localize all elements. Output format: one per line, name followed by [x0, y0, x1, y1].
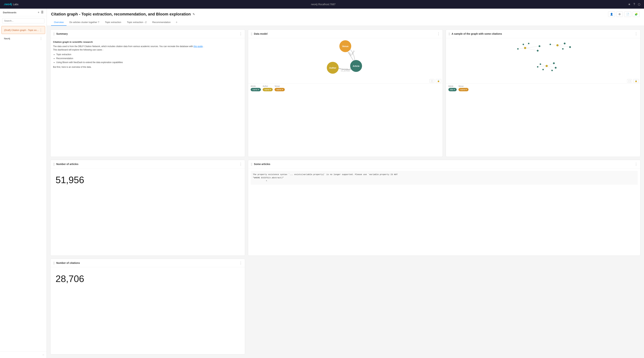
author-name-pill[interactable]: name ▾ [263, 88, 273, 91]
num-articles-card-body: 51,956 [50, 168, 245, 255]
sidebar-item-neo4j-label: Neo4j [4, 37, 39, 40]
article-prop-group: Article name ▾ [250, 85, 261, 91]
some-articles-title-row: ⣿ Some articles [250, 163, 270, 166]
sidebar-item-neo4j-menu[interactable]: ⋮ [39, 36, 42, 40]
summary-guide-link[interactable]: this guide [194, 45, 203, 48]
edit-title-icon[interactable]: ✎ [192, 12, 195, 16]
dashboard-title-text: Citation graph - Topic extraction, recom… [51, 12, 191, 16]
help-icon[interactable]: ? [634, 3, 635, 6]
sample-graph-title-row: ⣿ A sample of the graph with some citati… [448, 32, 502, 35]
net-node-b3 [551, 70, 553, 71]
summary-drag-handle[interactable]: ⣿ [53, 32, 55, 35]
summary-list-item-1: Topic extraction [56, 53, 242, 57]
sidebar-collapse-button[interactable]: ← [42, 353, 45, 356]
tab-overview[interactable]: Overview [51, 19, 66, 26]
net-node-center-top [524, 47, 526, 49]
add-tab-button[interactable]: + [174, 19, 180, 26]
venue-prop-label: Venue [274, 85, 285, 87]
sample-article-prop-group: Article title ▾ [448, 85, 457, 91]
article-node-label: Article [353, 65, 360, 67]
summary-body-part1: The data used is from the DBLP Citation … [53, 45, 193, 48]
sidebar-item-neo4j[interactable]: Neo4j ⋮ [0, 35, 46, 42]
data-model-title-row: ⣿ Data model [250, 32, 267, 35]
data-model-graph-svg: VENUE CITED CO_AUTHOR AUTHOR Venue Artic… [248, 38, 442, 78]
num-citations-card-menu[interactable]: ⋮ [239, 261, 242, 265]
sidebar-header-icons: + 🗄 [38, 11, 44, 14]
tab-cluster[interactable]: Do articles cluster together ? [66, 19, 102, 26]
sample-graph-card-menu[interactable]: ⋮ [634, 32, 638, 36]
expand-graph-button[interactable]: ⛶ [430, 79, 434, 83]
sample-graph-controls: ⛶ 🔒 [446, 78, 640, 84]
edge-b6 [538, 66, 546, 67]
sidebar-header: Dashboards + 🗄 [0, 9, 46, 16]
num-articles-card-menu[interactable]: ⋮ [239, 162, 242, 166]
logo: .neo4j Labs [4, 3, 18, 6]
some-articles-card-menu[interactable]: ⋮ [634, 162, 638, 166]
data-model-drag-handle[interactable]: ⣿ [250, 32, 252, 35]
export-button[interactable]: 📄 [624, 11, 631, 17]
num-articles-value: 51,956 [53, 171, 242, 189]
tab-recommendation[interactable]: Recommendation [150, 19, 174, 26]
database-icon[interactable]: 🗄 [41, 11, 44, 14]
author-label: AUTHOR [342, 68, 348, 70]
user-button[interactable]: 👤 [608, 11, 615, 17]
some-articles-card-title: Some articles [254, 163, 270, 166]
net-node-b6 [537, 66, 538, 67]
sidebar-item-draft-label: (Draft) Citation graph - Topic extrac [4, 29, 39, 31]
net-node-center-bottom [546, 65, 548, 67]
summary-list-item-2: Recommendation [56, 57, 242, 60]
lock-graph-button[interactable]: 🔒 [436, 79, 441, 83]
sample-article-title-pill[interactable]: title ▾ [448, 88, 457, 91]
net-node-r2 [569, 46, 571, 48]
summary-card-title: Summary [56, 32, 68, 35]
add-dashboard-button[interactable]: + [38, 11, 39, 14]
edge-2 [525, 48, 538, 51]
net-node-r4 [550, 44, 551, 45]
sample-graph-drag-handle[interactable]: ⣿ [448, 32, 450, 35]
dashboard-header: Citation graph - Topic extraction, recom… [47, 9, 644, 26]
summary-footer: But first, here is an overview of the da… [53, 66, 92, 68]
theme-toggle-icon[interactable]: ☀ [628, 3, 630, 6]
some-articles-drag-handle[interactable]: ⣿ [250, 163, 252, 166]
author-prop-group: Author name ▾ [263, 85, 273, 91]
num-citations-drag-handle[interactable]: ⣿ [53, 262, 55, 264]
venue-name-pill[interactable]: name ▾ [274, 88, 285, 91]
search-input[interactable] [2, 18, 44, 23]
tab-topic-extraction-2[interactable]: Topic extraction - 2 [124, 19, 150, 26]
sidebar-item-draft-menu[interactable]: ⋮ [39, 28, 42, 32]
summary-card-body: Citation graph in scientific research Th… [50, 38, 245, 157]
edge-r2 [557, 45, 570, 47]
topbar: .neo4j Labs neo4j://localhost:7687 ☀ ? ⬡ [0, 0, 644, 9]
article-name-pill[interactable]: name ▾ [250, 88, 261, 91]
sample-venue-name-pill[interactable]: name ▾ [458, 88, 469, 91]
topbar-actions: ☀ ? ⬡ [628, 3, 640, 6]
sidebar-item-draft[interactable]: (Draft) Citation graph - Topic extrac ⋮ [2, 26, 45, 34]
sample-graph-prop-pills: Article title ▾ Venue name ▾ [446, 84, 640, 93]
num-articles-drag-handle[interactable]: ⣿ [53, 163, 55, 166]
lock-sample-graph-button[interactable]: 🔒 [634, 79, 639, 83]
user-icon[interactable]: ⬡ [638, 3, 640, 6]
num-articles-card-title: Number of articles [56, 163, 78, 166]
expand-sample-graph-button[interactable]: ⛶ [627, 79, 632, 83]
sample-article-label: Article [448, 85, 457, 87]
dashboard-title: Citation graph - Topic extraction, recom… [51, 12, 195, 16]
sample-graph-card-body: ⛶ 🔒 Article title ▾ Venue name ▾ [446, 38, 640, 157]
labs-label: Labs [13, 3, 18, 6]
author-prop-label: Author [263, 85, 273, 87]
data-model-card-menu[interactable]: ⋮ [437, 32, 440, 36]
settings-button[interactable]: ⚙ [616, 11, 623, 17]
summary-card: ⣿ Summary ⋮ Citation graph in scientific… [50, 29, 245, 157]
net-node-r3 [562, 48, 564, 50]
summary-card-menu[interactable]: ⋮ [239, 32, 242, 36]
edge-b1 [546, 63, 554, 66]
net-node-b5 [542, 69, 544, 70]
summary-heading: Citation graph in scientific research [53, 41, 242, 43]
sidebar-bottom: ← [0, 351, 46, 358]
some-articles-error: The property existence syntax `... exist… [250, 171, 638, 185]
num-articles-card: ⣿ Number of articles ⋮ 51,956 [50, 160, 245, 256]
sample-venue-prop-group: Venue name ▾ [458, 85, 469, 91]
tab-topic-extraction[interactable]: Topic extraction [102, 19, 124, 26]
net-node-b2 [555, 67, 556, 69]
sidebar: Dashboards + 🗄 (Draft) Citation graph - … [0, 9, 47, 358]
extensions-button[interactable]: 🧩 [633, 11, 640, 17]
